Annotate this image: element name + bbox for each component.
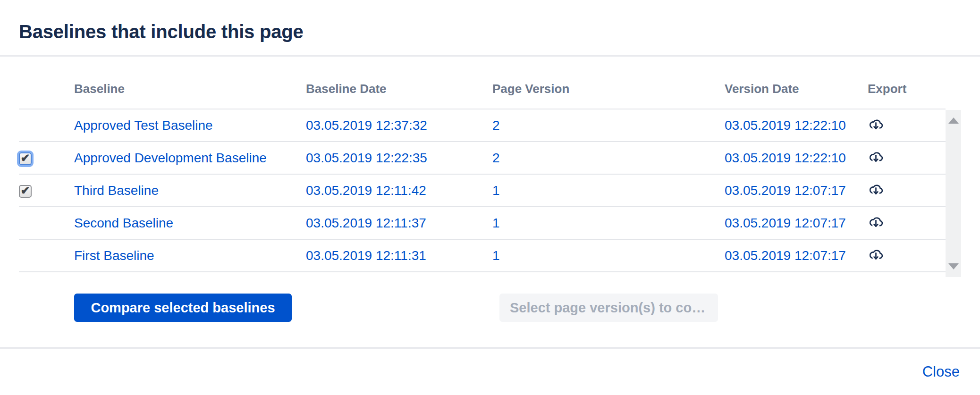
table-scrollbar[interactable]	[946, 110, 961, 277]
baseline-link[interactable]: Approved Test Baseline	[74, 118, 213, 133]
baseline-link[interactable]: Second Baseline	[74, 216, 173, 230]
page-version-link[interactable]: 1	[492, 216, 500, 230]
table-row: Second Baseline 03.05.2019 12:11:37 1 03…	[19, 207, 946, 239]
baseline-date-link[interactable]: 03.05.2019 12:11:42	[306, 183, 426, 198]
table-row: Approved Test Baseline 03.05.2019 12:37:…	[19, 109, 946, 142]
page-version-link[interactable]: 1	[492, 183, 500, 198]
scrollbar-down-icon[interactable]	[948, 263, 959, 269]
baseline-link[interactable]: Approved Development Baseline	[74, 151, 267, 165]
export-button[interactable]	[868, 148, 884, 165]
scrollbar-up-icon[interactable]	[948, 118, 959, 124]
table-header-row: Baseline Baseline Date Page Version Vers…	[19, 57, 946, 109]
close-button[interactable]: Close	[922, 363, 960, 380]
table-row: Third Baseline 03.05.2019 12:11:42 1 03.…	[19, 174, 946, 207]
export-button[interactable]	[868, 246, 884, 262]
footer-divider	[0, 347, 980, 349]
baselines-table: Baseline Baseline Date Page Version Vers…	[19, 57, 946, 272]
cloud-download-icon	[868, 213, 884, 230]
cloud-download-icon	[868, 116, 884, 132]
baseline-link[interactable]: First Baseline	[74, 248, 154, 263]
cloud-download-icon	[868, 246, 884, 262]
baseline-link[interactable]: Third Baseline	[74, 183, 159, 198]
version-date-link[interactable]: 03.05.2019 12:07:17	[725, 216, 846, 230]
export-button[interactable]	[868, 213, 884, 230]
dialog-title: Baselines that include this page	[19, 21, 304, 42]
column-header-baseline: Baseline	[74, 57, 306, 109]
table-row: First Baseline 03.05.2019 12:11:31 1 03.…	[19, 239, 946, 272]
version-date-link[interactable]: 03.05.2019 12:22:10	[725, 151, 846, 165]
column-header-page-version: Page Version	[492, 57, 725, 109]
baseline-date-link[interactable]: 03.05.2019 12:22:35	[306, 151, 427, 165]
page-version-link[interactable]: 1	[492, 248, 500, 263]
column-header-baseline-date: Baseline Date	[306, 57, 492, 109]
cloud-download-icon	[868, 148, 884, 165]
export-button[interactable]	[868, 181, 884, 197]
compare-selected-baselines-button[interactable]: Compare selected baselines	[74, 294, 292, 322]
baselines-dialog: Baselines that include this page Baselin…	[0, 0, 980, 395]
table-row: Approved Development Baseline 03.05.2019…	[19, 142, 946, 174]
version-date-link[interactable]: 03.05.2019 12:22:10	[725, 118, 846, 133]
column-header-export: Export	[868, 57, 946, 109]
page-version-link[interactable]: 2	[492, 151, 500, 165]
row-checkbox[interactable]	[19, 185, 32, 198]
row-checkbox[interactable]	[19, 152, 32, 165]
column-header-version-date: Version Date	[725, 57, 868, 109]
baseline-date-link[interactable]: 03.05.2019 12:11:37	[306, 216, 426, 230]
baseline-date-link[interactable]: 03.05.2019 12:11:31	[306, 248, 426, 263]
export-button[interactable]	[868, 116, 884, 132]
select-page-versions-button: Select page version(s) to comp...	[499, 294, 718, 322]
column-header-checkbox	[19, 57, 74, 109]
version-date-link[interactable]: 03.05.2019 12:07:17	[725, 248, 846, 263]
page-version-link[interactable]: 2	[492, 118, 500, 133]
baseline-date-link[interactable]: 03.05.2019 12:37:32	[306, 118, 427, 133]
version-date-link[interactable]: 03.05.2019 12:07:17	[725, 183, 846, 198]
cloud-download-icon	[868, 181, 884, 197]
